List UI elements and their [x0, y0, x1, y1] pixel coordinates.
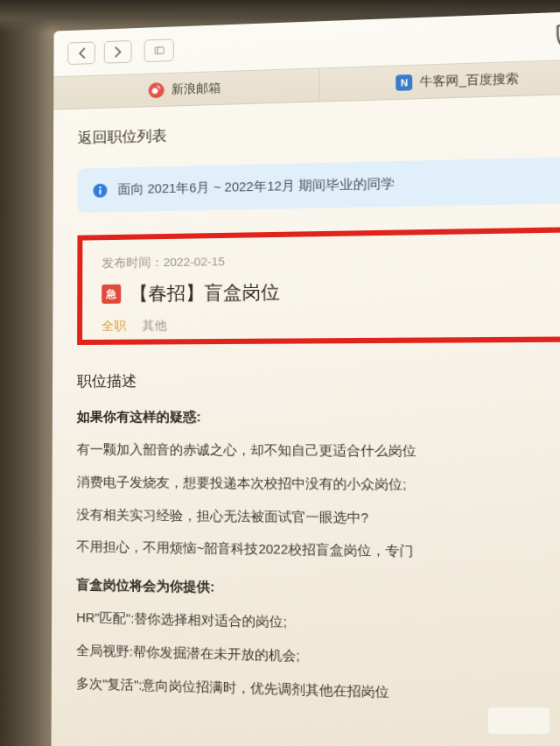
tab-label: 新浪邮箱 [172, 81, 221, 98]
body-text: 全局视野:帮你发掘潜在未开放的机会; [76, 639, 560, 676]
weibo-icon [148, 82, 164, 98]
svg-rect-4 [99, 189, 101, 194]
sidebar-toggle-button[interactable] [144, 39, 174, 62]
page-content: 返回职位列表 面向 2021年6月 ~ 2022年12月 期间毕业的同学 发布时… [51, 94, 560, 746]
svg-point-3 [99, 186, 101, 187]
tab-label: 牛客网_百度搜索 [420, 71, 519, 90]
body-text: HR"匹配":替你选择相对适合的岗位; [76, 606, 560, 641]
publish-time: 发布时间：2022-02-15 [102, 250, 548, 271]
svg-rect-0 [154, 46, 163, 53]
job-category: 其他 [142, 318, 166, 334]
body-text: 不用担心，不用烦恼~韶音科技2022校招盲盒岗位，专门 [76, 535, 560, 567]
section-heading: 职位描述 [77, 369, 560, 391]
job-type: 全职 [102, 319, 126, 334]
subheading: 盲盒岗位将会为你提供: [76, 577, 560, 603]
body-text: 消费电子发烧友，想要投递本次校招中没有的小众岗位; [77, 470, 560, 498]
info-banner: 面向 2021年6月 ~ 2022年12月 期间毕业的同学 [78, 157, 560, 213]
body-text: 没有相关实习经验，担心无法被面试官一眼选中? [77, 503, 560, 532]
highlighted-posting: 发布时间：2022-02-15 急 【春招】盲盒岗位 全职 其他 [77, 227, 560, 345]
back-button[interactable] [67, 41, 95, 65]
body-text: 有一颗加入韶音的赤诚之心，却不知自己更适合什么岗位 [77, 438, 560, 464]
back-to-list-link[interactable]: 返回职位列表 [78, 115, 560, 148]
watermark [488, 707, 550, 734]
job-title: 【春招】盲盒岗位 [130, 279, 280, 306]
subheading: 如果你有这样的疑惑: [77, 409, 560, 426]
info-icon [93, 183, 107, 197]
body-text: 多次"复活":意向岗位招满时，优先调剂其他在招岗位 [76, 672, 560, 710]
browser-window: 新浪邮箱 N 牛客网_百度搜索 返回职位列表 面向 2021年6月 ~ 2022… [51, 11, 560, 746]
forward-button[interactable] [104, 40, 132, 64]
urgent-badge: 急 [102, 285, 121, 304]
svg-point-2 [152, 88, 158, 95]
banner-text: 面向 2021年6月 ~ 2022年12月 期间毕业的同学 [117, 175, 395, 198]
niuke-icon: N [396, 74, 413, 91]
privacy-shield-icon[interactable] [554, 24, 560, 48]
